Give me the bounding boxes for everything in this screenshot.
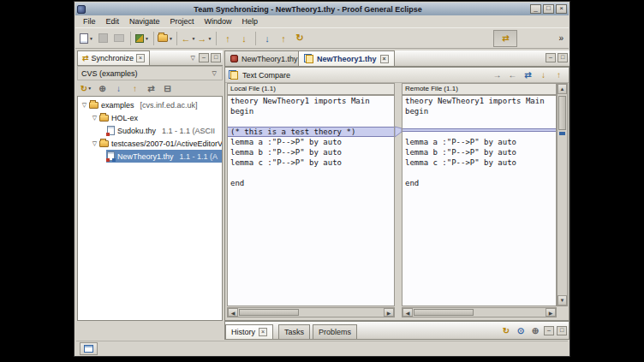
synchronize-button[interactable]: ↻ ▼ — [79, 82, 93, 95]
maximize-editor-button[interactable]: □ — [558, 53, 568, 62]
open-resource-button[interactable]: ▼ — [158, 30, 173, 47]
tab-synchronize[interactable]: ⇄ Synchronize × — [77, 50, 150, 65]
minimize-view-button[interactable]: – — [544, 326, 554, 335]
code-line: begin — [402, 106, 556, 116]
maximize-window-button[interactable]: □ — [543, 4, 554, 14]
synchronize-view-chrome: ▽ – □ — [189, 53, 221, 62]
previous-change-button[interactable]: ↑ — [220, 30, 236, 47]
previous-difference-button[interactable]: ↑ — [552, 69, 565, 81]
synchronization-scope-row[interactable]: CVS (examples) ▽ — [77, 66, 223, 80]
synchronize-view: ⇄ Synchronize × ▽ – □ CVS (examples) ▽ ↻… — [77, 50, 223, 321]
screen: Team Synchronizing - NewTheory1.thy - Pr… — [0, 0, 644, 362]
view-menu-icon[interactable]: ▽ — [189, 55, 197, 62]
menu-window[interactable]: Window — [200, 16, 237, 27]
link-with-editor-button[interactable]: ⊙ — [515, 325, 527, 336]
menu-project[interactable]: Project — [165, 16, 200, 27]
pin-view-button[interactable]: ⊕ — [95, 82, 110, 95]
local-file-pane[interactable]: theory NewTheory1 imports Main begin (* … — [227, 95, 395, 306]
dropdown-icon[interactable]: ▼ — [145, 36, 149, 41]
toolbar-separator — [255, 32, 256, 45]
scroll-up-button[interactable]: ▲ — [558, 84, 567, 94]
twisty-icon[interactable]: ▽ — [80, 102, 88, 109]
scroll-right-button[interactable]: ▶ — [384, 308, 394, 317]
tree-row-examples[interactable]: ▽ examples [cvs.inf.ed.ac.uk] — [78, 98, 222, 111]
scrollbar-thumb[interactable] — [414, 309, 474, 316]
remote-horizontal-scrollbar[interactable]: ◀ ▶ — [402, 307, 557, 317]
scroll-left-button[interactable]: ◀ — [402, 308, 413, 317]
dropdown-icon[interactable]: ▼ — [208, 36, 212, 41]
close-history-tab-icon[interactable]: × — [259, 328, 267, 336]
menu-edit[interactable]: Edit — [101, 16, 125, 27]
dropdown-icon[interactable]: ▼ — [87, 86, 92, 91]
twisty-icon[interactable]: ▽ — [91, 140, 98, 147]
editor-tab-newtheory1[interactable]: NewTheory1.thy — [224, 50, 304, 66]
maximize-view-button[interactable]: □ — [557, 326, 567, 335]
collapse-all-button[interactable]: ⊟ — [160, 82, 175, 95]
outgoing-mode-button[interactable]: ↑ — [128, 82, 142, 95]
tab-tasks[interactable]: Tasks — [278, 324, 310, 339]
back-button[interactable]: ← ▼ — [181, 30, 196, 47]
forward-button[interactable]: → ▼ — [197, 30, 212, 47]
copy-all-right-to-left-button[interactable]: ← — [506, 69, 519, 81]
tree-row-hol-ex[interactable]: ▽ HOL-ex — [78, 111, 222, 124]
scroll-right-button[interactable]: ▶ — [546, 308, 556, 317]
titlebar[interactable]: Team Synchronizing - NewTheory1.thy - Pr… — [75, 3, 569, 15]
print-button[interactable] — [111, 30, 127, 47]
menu-help[interactable]: Help — [237, 16, 264, 27]
minimize-window-button[interactable]: _ — [530, 4, 541, 14]
team-synchronizing-perspective-button[interactable]: ⇄ — [493, 30, 517, 47]
synchronize-refresh-button[interactable]: ↻ — [292, 30, 307, 47]
external-tools-button[interactable]: ▼ — [134, 30, 150, 47]
tree-row-testcases[interactable]: ▽ testcases/2007-01/ActiveEditorV — [78, 137, 222, 150]
perspective-bar: ⇄ » — [493, 30, 565, 47]
save-button[interactable] — [95, 30, 110, 47]
minimize-view-button[interactable]: – — [199, 53, 209, 62]
close-window-button[interactable]: × — [556, 4, 567, 14]
synchronize-tree[interactable]: ▽ examples [cvs.inf.ed.ac.uk] ▽ HOL-ex — [77, 96, 223, 321]
scrollbar-thumb[interactable] — [558, 96, 566, 130]
scrollbar-thumb[interactable] — [239, 309, 299, 316]
menu-file[interactable]: File — [78, 16, 101, 27]
commit-all-button[interactable]: ↑ — [276, 30, 291, 47]
history-tab-label: History — [231, 328, 255, 336]
menu-navigate[interactable]: Navigate — [124, 16, 165, 27]
code-line: lemma b :"P-->P" by auto — [228, 147, 394, 157]
tab-history[interactable]: History × — [225, 324, 273, 339]
save-icon — [98, 33, 108, 43]
diff-overview-marker[interactable] — [559, 132, 565, 135]
scope-menu-icon[interactable]: ▽ — [211, 70, 218, 77]
close-synchronize-tab-icon[interactable]: × — [136, 54, 145, 62]
fast-view-button[interactable] — [80, 342, 98, 355]
tree-row-newtheory1[interactable]: NewTheory1.thy 1.1 - 1.1 (A — [78, 150, 222, 163]
maximize-view-button[interactable]: □ — [211, 53, 221, 62]
twisty-icon[interactable]: ▽ — [91, 115, 98, 122]
folder-icon — [99, 140, 109, 147]
pin-icon: ⊕ — [98, 84, 105, 93]
refresh-history-button[interactable]: ↻ — [500, 325, 512, 336]
scroll-left-button[interactable]: ◀ — [228, 308, 238, 317]
pin-history-button[interactable]: ⊕ — [529, 325, 541, 336]
remote-file-pane[interactable]: theory NewTheory1 imports Main begin lem… — [402, 95, 557, 306]
dropdown-icon[interactable]: ▼ — [192, 36, 196, 41]
close-editor-tab-icon[interactable]: × — [380, 55, 389, 63]
local-horizontal-scrollbar[interactable]: ◀ ▶ — [227, 307, 395, 317]
new-wizard-button[interactable]: ▼ — [79, 30, 94, 47]
both-mode-button[interactable]: ⇄ — [144, 82, 158, 95]
next-difference-button[interactable]: ↓ — [537, 69, 550, 81]
dropdown-icon[interactable]: ▼ — [169, 36, 173, 41]
update-all-button[interactable]: ↓ — [259, 30, 275, 47]
incoming-mode-button[interactable]: ↓ — [111, 82, 126, 95]
tab-problems[interactable]: Problems — [313, 324, 357, 339]
diff-insertion-gap — [402, 127, 556, 137]
copy-current-change-button[interactable]: ⇄ — [522, 69, 534, 81]
minimize-editor-button[interactable]: – — [546, 53, 556, 62]
copy-all-left-to-right-button[interactable]: → — [491, 69, 504, 81]
dropdown-icon[interactable]: ▼ — [89, 36, 93, 41]
scroll-down-button[interactable]: ▼ — [558, 295, 567, 306]
tree-row-sudoku[interactable]: Sudoku.thy 1.1 - 1.1 (ASCII — [78, 124, 222, 137]
next-change-button[interactable]: ↓ — [236, 30, 252, 47]
vertical-scrollbar[interactable]: ▲ ▼ — [557, 83, 568, 306]
editor-tab-compare-newtheory1[interactable]: NewTheory1.thy × — [298, 50, 395, 66]
tree-label: NewTheory1.thy — [117, 152, 174, 161]
perspective-overflow-chevron[interactable]: » — [558, 33, 565, 43]
